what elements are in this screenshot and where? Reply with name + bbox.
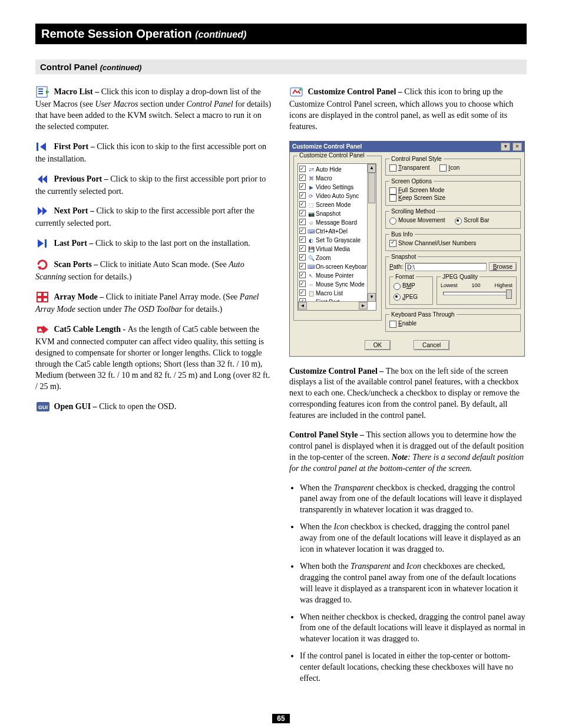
svg-rect-16 (37, 298, 42, 302)
svg-marker-6 (40, 143, 46, 151)
last-port-icon (35, 237, 51, 250)
transparent-checkbox[interactable]: Transparent (389, 164, 430, 172)
dialog-body: Customize Control Panel ⮂Auto Hide⌘Macro… (290, 152, 524, 335)
feature-item[interactable]: ⌘Macro (299, 174, 375, 183)
dialog-footer: OK Cancel (290, 335, 524, 356)
style-group: Control Panel Style Transparent Icon (385, 156, 521, 176)
path-input[interactable]: D:\ (405, 263, 486, 271)
feature-item[interactable]: ☺Message Board (299, 218, 375, 227)
jpeg-quality-group: JPEG Quality Lowest 100 Highest (437, 274, 517, 305)
svg-marker-7 (38, 175, 42, 183)
para-panel-style: Control Panel Style – This section allow… (289, 430, 527, 475)
list-hscroll[interactable]: ◄ ► (298, 301, 368, 310)
next-port-icon (35, 205, 51, 218)
label: Macro List – (54, 87, 101, 96)
svg-marker-4 (46, 90, 49, 94)
para-customize-panel: Customize Control Panel – The box on the… (289, 366, 527, 421)
page-title: Remote Session Operation (41, 27, 192, 40)
path-label: Path: (389, 263, 403, 270)
svg-rect-14 (37, 292, 42, 297)
bullet-4: When neither checkbox is checked, draggi… (300, 612, 527, 645)
feature-listbox[interactable]: ⮂Auto Hide⌘Macro▶Video Settings⟳Video Au… (297, 163, 376, 311)
feature-item[interactable]: ⌨Ctrl+Alt+Del (299, 227, 375, 236)
scroll-bar-radio[interactable]: Scroll Bar (455, 217, 489, 224)
previous-port-icon (35, 173, 51, 186)
entry-last-port: Last Port – Click to skip to the last po… (35, 238, 273, 251)
feature-list-group: Customize Control Panel ⮂Auto Hide⌘Macro… (293, 156, 382, 321)
open-gui-icon: GUI (35, 400, 51, 413)
svg-rect-12 (45, 239, 47, 248)
enable-checkbox[interactable]: Enable (389, 320, 416, 327)
jpeg-quality-slider[interactable] (443, 292, 510, 295)
pin-icon[interactable]: ▾ (501, 143, 510, 151)
feature-item[interactable]: ⬚Screen Mode (299, 200, 375, 209)
snapshot-group: Snapshot Path: D:\ Browse Format BMP (385, 253, 521, 309)
close-icon[interactable]: × (513, 143, 522, 151)
entry-array-mode: Array Mode – Click to initiate Panel Arr… (35, 291, 273, 315)
label: Array Mode – (54, 292, 106, 301)
dialog-titlebar: Customize Control Panel ▾ × (290, 141, 524, 152)
dialog-title: Customize Control Panel (292, 143, 362, 150)
scroll-right-icon[interactable]: ► (359, 302, 368, 309)
array-mode-icon (35, 291, 51, 304)
entry-next-port: Next Port – Click to skip to the first a… (35, 205, 273, 229)
icon-checkbox[interactable]: Icon (439, 164, 459, 172)
label: Cat5 Cable Length - (54, 325, 128, 334)
feature-item[interactable]: ⮂Auto Hide (299, 165, 375, 174)
scroll-left-icon[interactable]: ◄ (298, 302, 307, 309)
cancel-button[interactable]: Cancel (414, 340, 449, 350)
first-port-icon (35, 140, 51, 153)
dialog-right-pane: Control Panel Style Transparent Icon Scr… (385, 156, 521, 332)
svg-rect-3 (38, 93, 43, 94)
keepsize-checkbox[interactable]: Keep Screen Size (389, 195, 445, 202)
section-title-cont: (continued) (100, 63, 142, 72)
svg-marker-11 (38, 239, 44, 248)
bus-info-group: Bus Info Show Channel/User Numbers (385, 231, 521, 252)
page: Remote Session Operation (continued) Con… (0, 0, 562, 728)
label: Last Port – (54, 239, 95, 248)
feature-item[interactable]: 📋Macro List (299, 289, 375, 298)
entry-macro-list: Macro List – Click this icon to display … (35, 86, 273, 133)
cat5-icon (35, 323, 51, 336)
feature-item[interactable]: ↔Mouse Sync Mode (299, 280, 375, 289)
scroll-down-icon[interactable]: ▼ (368, 293, 376, 302)
svg-marker-9 (38, 207, 42, 215)
browse-button[interactable]: Browse (489, 262, 517, 271)
feature-item[interactable]: ⌨On-screen Keyboard (299, 262, 375, 271)
entry-previous-port: Previous Port – Click to skip to the fir… (35, 173, 273, 197)
jpeg-radio[interactable]: JPEG (394, 294, 429, 301)
page-number: 65 (35, 714, 527, 723)
format-group: Format BMP JPEG (389, 274, 433, 305)
label: Scan Ports – (54, 261, 100, 269)
svg-rect-5 (37, 143, 38, 151)
svg-point-24 (299, 88, 302, 91)
mouse-movement-radio[interactable]: Mouse Movement (389, 217, 445, 224)
label: First Port – (54, 142, 97, 151)
svg-rect-2 (38, 91, 43, 92)
feature-item[interactable]: ◐Set To Grayscale (299, 236, 375, 245)
svg-text:GUI: GUI (38, 404, 48, 410)
svg-rect-15 (43, 292, 48, 297)
screen-options-group: Screen Options Full Screen Mode Keep Scr… (385, 178, 521, 206)
feature-item[interactable]: 🔍Zoom (299, 253, 375, 262)
svg-rect-1 (38, 88, 43, 90)
feature-item[interactable]: ⟳Video Auto Sync (299, 192, 375, 200)
label: Next Port – (54, 207, 97, 216)
fullscreen-checkbox[interactable]: Full Screen Mode (389, 187, 444, 194)
scroll-up-icon[interactable]: ▲ (368, 164, 376, 173)
label: Open GUI – (54, 402, 100, 411)
bullet-3: When both the Transparent and Icon check… (300, 561, 527, 606)
entry-first-port: First Port – Click this icon to skip to … (35, 141, 273, 165)
feature-item[interactable]: ↖Mouse Pointer (299, 271, 375, 280)
svg-rect-17 (43, 298, 48, 302)
show-channel-checkbox[interactable]: Show Channel/User Numbers (389, 240, 476, 247)
ok-button[interactable]: OK (365, 340, 391, 350)
entry-open-gui: GUI Open GUI – Click to open the OSD. (35, 401, 273, 414)
section-title-bar: Control Panel (continued) (35, 60, 527, 74)
list-vscroll[interactable]: ▲ ▼ (367, 164, 376, 302)
bmp-radio[interactable]: BMP (394, 282, 429, 289)
feature-item[interactable]: 📷Snapshot (299, 209, 375, 218)
label: Previous Port – (54, 174, 111, 183)
feature-item[interactable]: 💾Virtual Media (299, 245, 375, 253)
feature-item[interactable]: ▶Video Settings (299, 183, 375, 192)
